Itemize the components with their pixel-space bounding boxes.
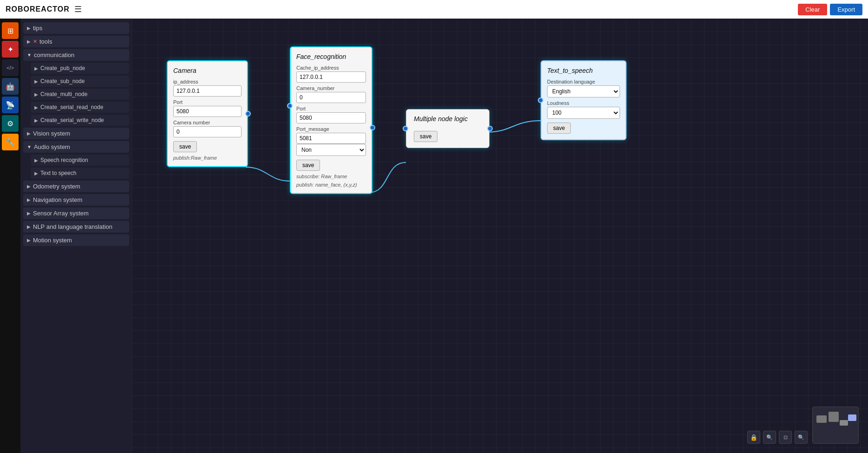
chevron-icon: ▼	[27, 52, 32, 58]
face-cache-ip-label: Cache_ip_address	[296, 65, 366, 71]
camera-number-label: Camera number	[173, 120, 241, 125]
sidebar-item-navigation[interactable]: ▶ Navigation system	[23, 194, 129, 206]
tts-node: Text_to_speech Destination language Engl…	[541, 60, 627, 140]
camera-number-input[interactable]	[173, 126, 241, 137]
arrow-icon: ▶	[34, 92, 38, 97]
tts-dest-lang-label: Destination language	[547, 79, 620, 84]
camera-port-input[interactable]	[173, 106, 241, 117]
face-connector-right	[370, 125, 375, 130]
zoom-out-button[interactable]: 🔍	[763, 431, 776, 444]
face-cache-ip-input[interactable]	[296, 71, 366, 83]
top-actions: Clear Export	[798, 4, 862, 15]
sidebar-item-tips[interactable]: ▶ tips	[23, 22, 129, 34]
face-publish-info: publish: name_face, (x,y,z)	[296, 182, 366, 188]
face-port-message-input[interactable]	[296, 133, 366, 144]
topbar: ROBOREACTOR ☰ Clear Export	[0, 0, 868, 19]
face-save-button[interactable]: save	[296, 160, 320, 171]
tool-icon-btn[interactable]: 🔧	[2, 134, 19, 150]
home-icon-btn[interactable]: ⊞	[2, 22, 19, 39]
sidebar-item-sensor-array[interactable]: ▶ Sensor Array system	[23, 207, 129, 219]
communication-children: ▶ Create_pub_node ▶ Create_sub_node ▶ Cr…	[31, 63, 129, 126]
face-recognition-node: Face_recognition Cache_ip_address Camera…	[290, 46, 372, 194]
arrow-icon: ▶	[27, 184, 31, 189]
tts-loudness-select[interactable]: 100 75 50	[547, 107, 620, 119]
minimap-content	[813, 407, 858, 443]
tts-dest-lang-select[interactable]: English French Spanish German	[547, 85, 620, 97]
face-port-message-label: Port_message	[296, 126, 366, 132]
create-pub-node-label: Create_pub_node	[40, 65, 85, 71]
arrow-icon: ▶	[34, 66, 38, 71]
sidebar-item-vision-system[interactable]: ▶ Vision system	[23, 128, 129, 139]
sidebar-item-odometry-label: Odometry system	[33, 183, 80, 190]
hamburger-icon[interactable]: ☰	[74, 4, 82, 14]
sidebar-item-create-serial-read[interactable]: ▶ Create_serial_read_node	[31, 102, 129, 113]
wifi-icon-btn[interactable]: 📡	[2, 97, 19, 113]
tts-connector-left	[538, 97, 543, 103]
export-button[interactable]: Export	[830, 4, 862, 15]
sidebar-item-create-serial-write[interactable]: ▶ Create_serial_write_node	[31, 115, 129, 126]
camera-title: Camera	[173, 67, 241, 74]
camera-save-button[interactable]: save	[173, 141, 197, 152]
lock-button[interactable]: 🔒	[747, 431, 760, 444]
arrow-icon: ▶	[27, 39, 31, 44]
arrow-icon: ▶	[27, 211, 31, 216]
x-icon: ✕	[33, 39, 37, 45]
face-camera-number-label: Camera_number	[296, 85, 366, 91]
multiple-node-title: Multiple node logic	[414, 115, 482, 123]
tts-title: Text_to_speech	[547, 67, 620, 74]
sidebar-item-create-pub-node[interactable]: ▶ Create_pub_node	[31, 63, 129, 74]
sidebar-item-tools[interactable]: ▶ ✕ tools	[23, 36, 129, 47]
camera-publish-info: publish:Raw_frame	[173, 155, 241, 161]
sidebar-item-audio-system[interactable]: ▼ Audio system	[23, 141, 129, 153]
arrow-icon: ▶	[34, 79, 38, 84]
face-connector-left	[287, 103, 293, 109]
gear-icon-btn[interactable]: ⚙	[2, 115, 19, 132]
arrow-icon: ▶	[27, 131, 31, 136]
arrow-icon: ▶	[27, 26, 31, 31]
sidebar-item-tips-label: tips	[33, 25, 42, 32]
camera-ip-input[interactable]	[173, 85, 241, 97]
sidebar-item-create-sub-node[interactable]: ▶ Create_sub_node	[31, 76, 129, 87]
arrow-icon: ▶	[27, 224, 31, 229]
face-camera-number-input[interactable]	[296, 92, 366, 103]
sidebar-item-communication-label: communication	[34, 52, 74, 58]
speech-recognition-label: Speech recognition	[40, 157, 88, 163]
arrow-icon: ▶	[34, 158, 38, 163]
camera-ip-label: ip_address	[173, 79, 241, 84]
create-serial-read-label: Create_serial_read_node	[40, 104, 103, 110]
tts-save-button[interactable]: save	[547, 123, 571, 134]
sidebar-item-nlp[interactable]: ▶ NLP and language translation	[23, 221, 129, 233]
canvas[interactable]: Camera ip_address Port Camera number sav…	[132, 19, 868, 453]
face-subscribe-info: subscribe: Raw_frame	[296, 174, 366, 179]
face-dropdown[interactable]: Non option1 option2	[296, 144, 366, 156]
create-sub-node-label: Create_sub_node	[40, 78, 85, 84]
camera-connector-right	[245, 111, 251, 116]
minimap	[812, 407, 859, 444]
sidebar-item-motion-label: Motion system	[33, 237, 72, 244]
mini-node-logic	[840, 420, 848, 426]
multiple-save-button[interactable]: save	[414, 131, 437, 142]
face-port-input[interactable]	[296, 112, 366, 123]
robot-icon-btn[interactable]: 🤖	[2, 78, 19, 95]
sidebar-item-navigation-label: Navigation system	[33, 196, 82, 203]
zoom-fit-button[interactable]: ⊡	[779, 431, 792, 444]
mini-node-camera	[816, 415, 827, 423]
search-icon-btn[interactable]: ✦	[2, 41, 19, 58]
sidebar-item-create-multi-node[interactable]: ▶ Create_multi_node	[31, 89, 129, 100]
create-serial-write-label: Create_serial_write_node	[40, 117, 104, 123]
code-icon-btn[interactable]: </>	[2, 59, 19, 76]
sidebar-item-sensor-array-label: Sensor Array system	[33, 210, 89, 217]
clear-button[interactable]: Clear	[798, 4, 827, 15]
arrow-icon: ▶	[34, 171, 38, 176]
camera-port-label: Port	[173, 99, 241, 105]
mini-node-face	[829, 412, 839, 422]
sidebar-item-speech-recognition[interactable]: ▶ Speech recognition	[31, 155, 129, 166]
sidebar-item-odometry[interactable]: ▶ Odometry system	[23, 181, 129, 192]
sidebar-item-communication[interactable]: ▼ communication	[23, 49, 129, 61]
sidebar-item-motion[interactable]: ▶ Motion system	[23, 234, 129, 246]
text-to-speech-label: Text to speech	[40, 170, 76, 176]
zoom-in-button[interactable]: 🔍	[795, 431, 808, 444]
iconbar: ⊞ ✦ </> 🤖 📡 ⚙ 🔧	[0, 19, 20, 453]
camera-node: Camera ip_address Port Camera number sav…	[167, 60, 248, 167]
sidebar-item-text-to-speech[interactable]: ▶ Text to speech	[31, 168, 129, 179]
